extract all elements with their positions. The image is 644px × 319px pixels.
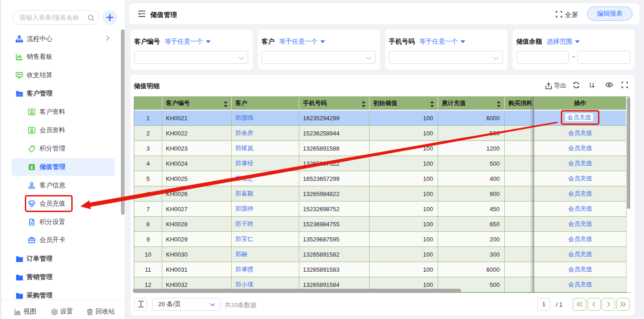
svg-text:1: 1 [589,82,592,89]
